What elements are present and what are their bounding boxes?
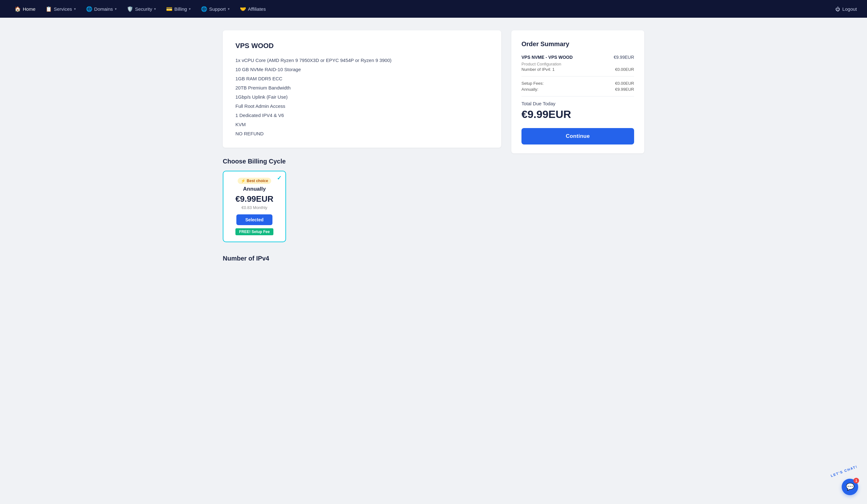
feature-item: 1x vCPU Core (AMD Ryzen 9 7950X3D or EPY… xyxy=(235,57,489,63)
logout-icon: ⏻ xyxy=(835,6,840,12)
billing-card-annually[interactable]: ✓ ⚡ Best choice Annually €9.99EUR €0.83 … xyxy=(223,171,286,242)
nav-home[interactable]: 🏠 Home xyxy=(10,3,40,14)
nav-support[interactable]: 🌐 Support ▾ xyxy=(196,3,234,14)
checkmark-icon: ✓ xyxy=(277,175,282,182)
support-icon: 🌐 xyxy=(201,6,207,12)
services-chevron-icon: ▾ xyxy=(74,7,76,11)
billing-monthly: €0.83 Monthly xyxy=(231,205,278,210)
order-annually-label: Annually: xyxy=(522,87,538,92)
order-config-label: Product Configuration xyxy=(522,62,634,66)
affiliates-icon: 🤝 xyxy=(240,6,246,12)
product-card: VPS WOOD 1x vCPU Core (AMD Ryzen 9 7950X… xyxy=(223,30,501,147)
order-product-price: €9.99EUR xyxy=(613,55,634,60)
order-annually-row: Annually: €9.99EUR xyxy=(522,87,634,92)
order-setup-fees-val: €0.00EUR xyxy=(615,81,634,86)
order-product-line: VPS NVME - VPS WOOD €9.99EUR xyxy=(522,55,634,60)
order-annually-val: €9.99EUR xyxy=(615,87,634,92)
best-choice-badge: ⚡ Best choice xyxy=(238,178,271,184)
ipv4-section: Number of IPv4 xyxy=(223,255,501,268)
home-icon: 🏠 xyxy=(14,6,21,12)
continue-button[interactable]: Continue xyxy=(522,128,634,144)
chat-button[interactable]: 💬 1 xyxy=(842,479,858,495)
order-divider xyxy=(522,76,634,77)
chat-label: LET'S CHAT! xyxy=(830,464,858,478)
free-setup-badge: FREE! Setup Fee xyxy=(235,228,274,235)
product-features: 1x vCPU Core (AMD Ryzen 9 7950X3D or EPY… xyxy=(235,57,489,136)
chat-widget: LET'S CHAT! 💬 1 xyxy=(842,479,858,495)
order-ipv4-key: Number of IPv4: 1 xyxy=(522,67,555,72)
selected-button[interactable]: Selected xyxy=(236,215,272,225)
domains-chevron-icon: ▾ xyxy=(115,7,117,11)
billing-options: ✓ ⚡ Best choice Annually €9.99EUR €0.83 … xyxy=(223,171,501,242)
order-setup-fees-row: Setup Fees: €0.00EUR xyxy=(522,81,634,86)
nav-security[interactable]: 🛡️ Security ▾ xyxy=(122,3,160,14)
order-setup-fees-label: Setup Fees: xyxy=(522,81,544,86)
order-divider-2 xyxy=(522,96,634,97)
domains-icon: 🌐 xyxy=(86,6,93,12)
services-icon: 📋 xyxy=(45,6,52,12)
billing-price: €9.99EUR xyxy=(231,194,278,204)
order-ipv4-val: €0.00EUR xyxy=(615,67,634,72)
navigation: 🏠 Home 📋 Services ▾ 🌐 Domains ▾ 🛡️ Secur… xyxy=(0,0,867,18)
feature-item: 1 Dedicated IPV4 & V6 xyxy=(235,112,489,118)
order-summary: Order Summary VPS NVME - VPS WOOD €9.99E… xyxy=(511,30,644,153)
order-total-price: €9.99EUR xyxy=(522,108,634,120)
feature-item: 10 GB NVMe RAID-10 Storage xyxy=(235,67,489,72)
support-chevron-icon: ▾ xyxy=(228,7,230,11)
ipv4-title: Number of IPv4 xyxy=(223,255,501,262)
order-ipv4-line: Number of IPv4: 1 €0.00EUR xyxy=(522,67,634,72)
order-summary-title: Order Summary xyxy=(522,41,634,48)
page-content: VPS WOOD 1x vCPU Core (AMD Ryzen 9 7950X… xyxy=(215,18,652,281)
billing-cycle-label: Annually xyxy=(231,186,278,192)
order-product-name: VPS NVME - VPS WOOD xyxy=(522,55,573,60)
billing-chevron-icon: ▾ xyxy=(189,7,191,11)
billing-cycle-title: Choose Billing Cycle xyxy=(223,158,501,165)
order-total-label: Total Due Today xyxy=(522,101,634,106)
nav-billing[interactable]: 💳 Billing ▾ xyxy=(162,3,195,14)
security-icon: 🛡️ xyxy=(127,6,133,12)
nav-services[interactable]: 📋 Services ▾ xyxy=(41,3,81,14)
security-chevron-icon: ▾ xyxy=(154,7,156,11)
left-panel: VPS WOOD 1x vCPU Core (AMD Ryzen 9 7950X… xyxy=(223,30,501,268)
bolt-icon: ⚡ xyxy=(241,179,246,183)
chat-badge: 1 xyxy=(853,478,859,483)
billing-icon: 💳 xyxy=(166,6,172,12)
billing-cycle-section: Choose Billing Cycle ✓ ⚡ Best choice Ann… xyxy=(223,158,501,242)
feature-item: 1GB RAM DDR5 ECC xyxy=(235,76,489,81)
product-title: VPS WOOD xyxy=(235,42,489,50)
feature-item: NO REFUND xyxy=(235,131,489,136)
nav-domains[interactable]: 🌐 Domains ▾ xyxy=(82,3,121,14)
feature-item: KVM xyxy=(235,122,489,127)
nav-affiliates[interactable]: 🤝 Affiliates xyxy=(235,3,270,14)
chat-icon: 💬 xyxy=(846,483,854,491)
feature-item: 1Gbp/s Uplink (Fair Use) xyxy=(235,94,489,100)
feature-item: 20TB Premium Bandwidth xyxy=(235,85,489,90)
feature-item: Full Root Admin Access xyxy=(235,103,489,109)
nav-logout[interactable]: ⏻ Logout xyxy=(835,6,857,12)
